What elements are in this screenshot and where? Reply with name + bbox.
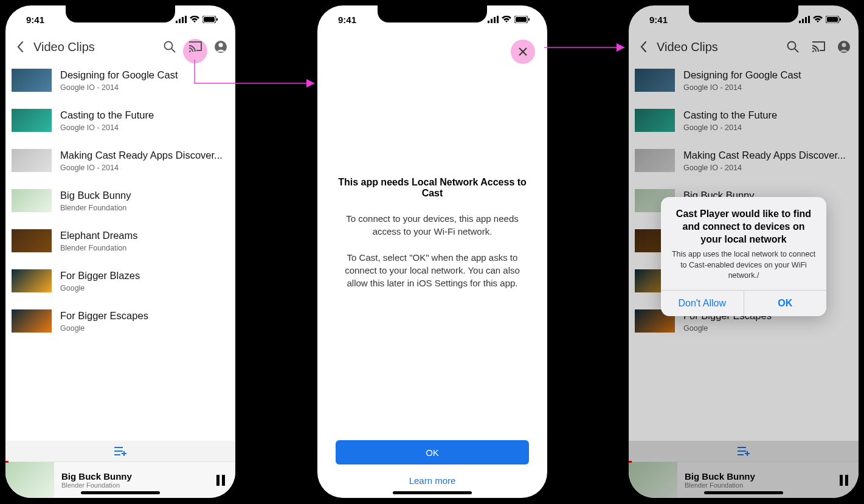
video-subtitle: Google	[60, 284, 229, 292]
video-subtitle: Google IO - 2014	[60, 123, 229, 132]
list-item[interactable]: For Bigger EscapesGoogle	[5, 301, 235, 341]
permission-alert: Cast Player would like to find and conne…	[661, 197, 826, 316]
svg-rect-5	[204, 17, 215, 22]
thumbnail	[12, 109, 52, 132]
interstitial-paragraph: To Cast, select "OK" when the app asks t…	[336, 251, 529, 289]
progress-indicator	[5, 461, 9, 463]
thumbnail	[12, 69, 52, 92]
now-playing-subtitle: Blender Foundation	[61, 482, 206, 489]
page-title: Video Clips	[33, 40, 156, 54]
thumbnail	[12, 309, 52, 333]
back-button[interactable]	[13, 40, 27, 54]
video-title: Elephant Dreams	[60, 230, 229, 241]
svg-rect-17	[222, 475, 225, 486]
home-indicator[interactable]	[393, 491, 472, 494]
list-item[interactable]: Elephant DreamsBlender Foundation	[5, 221, 235, 261]
pause-button[interactable]	[213, 473, 228, 488]
video-title: For Bigger Blazes	[60, 270, 229, 281]
list-item[interactable]: Designing for Google CastGoogle IO - 201…	[5, 60, 235, 100]
status-indicators	[176, 16, 218, 23]
video-title: Casting to the Future	[60, 109, 229, 121]
thumbnail	[12, 149, 52, 172]
list-item[interactable]: Big Buck BunnyBlender Foundation	[5, 181, 235, 221]
svg-rect-16	[216, 475, 219, 486]
svg-rect-2	[182, 17, 184, 23]
account-button[interactable]	[213, 40, 228, 54]
video-title: Designing for Google Cast	[60, 69, 229, 81]
video-title: For Bigger Escapes	[60, 310, 229, 322]
thumbnail	[12, 189, 52, 212]
now-playing-thumbnail	[5, 462, 54, 499]
video-subtitle: Blender Foundation	[60, 244, 229, 252]
close-icon	[518, 47, 528, 57]
video-subtitle: Google IO - 2014	[60, 83, 229, 92]
video-title: Making Cast Ready Apps Discover...	[60, 150, 229, 161]
allow-ok-button[interactable]: OK	[744, 291, 827, 316]
close-button[interactable]	[511, 40, 535, 64]
video-subtitle: Google	[60, 324, 229, 333]
svg-rect-0	[176, 21, 178, 23]
svg-rect-1	[179, 19, 181, 23]
cellular-icon	[176, 16, 187, 23]
cast-button[interactable]	[188, 40, 202, 54]
alert-title: Cast Player would like to find and conne…	[671, 208, 817, 246]
queue-button[interactable]	[5, 441, 235, 461]
search-button[interactable]	[162, 40, 177, 54]
video-title: Big Buck Bunny	[60, 190, 229, 201]
svg-point-10	[219, 43, 223, 47]
home-indicator[interactable]	[81, 491, 160, 494]
home-indicator[interactable]	[704, 491, 783, 494]
interstitial-title: This app needs Local Network Access to C…	[336, 177, 529, 199]
ok-button[interactable]: OK	[336, 440, 529, 464]
list-item[interactable]: Casting to the FutureGoogle IO - 2014	[5, 100, 235, 140]
video-subtitle: Google IO - 2014	[60, 164, 229, 172]
svg-point-7	[165, 42, 173, 50]
list-item[interactable]: Making Cast Ready Apps Discover...Google…	[5, 140, 235, 181]
video-subtitle: Blender Foundation	[60, 204, 229, 212]
learn-more-link[interactable]: Learn more	[330, 475, 535, 486]
now-playing-title: Big Buck Bunny	[61, 471, 206, 482]
dont-allow-button[interactable]: Don't Allow	[661, 291, 744, 316]
alert-message: This app uses the local network to conne…	[671, 249, 817, 281]
svg-line-8	[171, 49, 175, 52]
video-list: Designing for Google CastGoogle IO - 201…	[5, 60, 235, 341]
list-item[interactable]: For Bigger BlazesGoogle	[5, 261, 235, 301]
status-time: 9:41	[26, 15, 44, 25]
svg-rect-3	[185, 16, 187, 23]
thumbnail	[12, 269, 52, 292]
wifi-icon	[190, 16, 199, 23]
svg-rect-6	[216, 18, 218, 21]
thumbnail	[12, 229, 52, 252]
battery-icon	[202, 16, 218, 23]
interstitial-paragraph: To connect to your devices, this app nee…	[336, 212, 529, 238]
